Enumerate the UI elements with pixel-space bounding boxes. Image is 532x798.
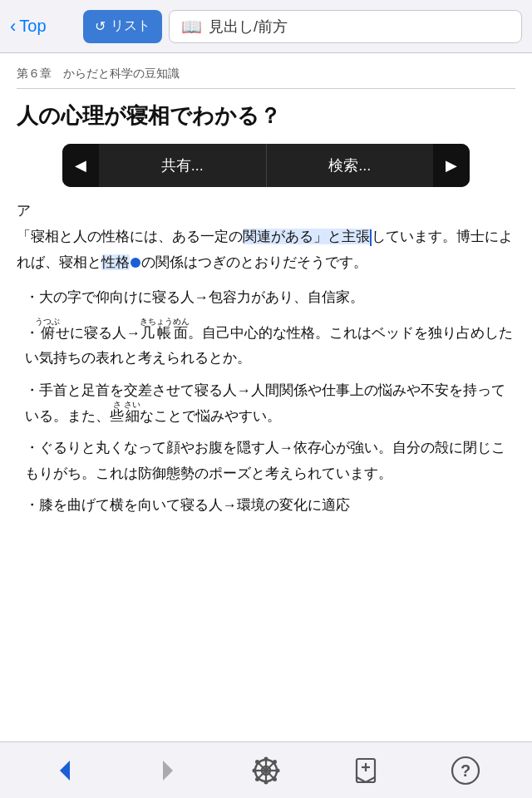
svg-point-14 <box>273 760 277 764</box>
svg-point-13 <box>273 777 277 781</box>
list-icon: ↺ <box>95 18 106 34</box>
bookmark-toolbar-button[interactable] <box>341 751 391 791</box>
context-left-arrow[interactable]: ◀ <box>62 144 99 187</box>
context-menu: ◀ 共有... 検索... ▶ <box>62 144 470 187</box>
book-icon: 📖 <box>181 17 202 37</box>
help-icon: ? <box>451 756 480 786</box>
body-intro: ア 「寝相と人の性格には、ある一定の関連がある」と主張しています。博士によれば、… <box>17 199 515 275</box>
article-title: 人の心理が寝相でわかる？ <box>17 101 515 131</box>
ruby-kichoumen: 几帳面きちょうめん <box>140 325 188 341</box>
context-right-arrow[interactable]: ▶ <box>433 144 470 187</box>
svg-point-15 <box>255 777 259 781</box>
heading-label: 見出し/前方 <box>209 17 288 37</box>
ruby-sasai: 些さ細さい <box>110 408 140 424</box>
help-toolbar-button[interactable]: ? <box>441 751 490 791</box>
bullet-list: ・大の字で仰向けに寝る人→包容力があり、自信家。 ・俯うつぶせに寝る人→几帳面き… <box>17 285 515 519</box>
context-search[interactable]: 検索... <box>266 144 434 187</box>
list-item: ・俯うつぶせに寝る人→几帳面きちょうめん。自己中心的な性格。これはベッドを独り占… <box>17 318 515 372</box>
helm-toolbar-button[interactable] <box>241 751 291 791</box>
svg-point-8 <box>264 756 268 761</box>
selection-highlight-2: 性格 <box>101 254 130 270</box>
nav-bar: ‹ Top ↺ リスト 📖 見出し/前方 <box>0 0 532 53</box>
selection-highlight: 関連がある」と主張 <box>243 229 372 244</box>
context-share[interactable]: 共有... <box>99 144 266 187</box>
svg-text:?: ? <box>461 761 470 780</box>
svg-marker-1 <box>163 761 173 781</box>
back-toolbar-button[interactable] <box>42 751 91 791</box>
helm-icon <box>251 756 281 786</box>
list-item: ・ぐるりと丸くなって顔やお腹を隠す人→依存心が強い。自分の殻に閉じこもりがち。こ… <box>17 436 515 486</box>
list-item: ・膝を曲げて横を向いて寝る人→環境の変化に適応 <box>17 493 515 519</box>
chapter-divider <box>17 88 515 89</box>
forward-toolbar-button[interactable] <box>141 751 191 791</box>
bookmark-add-icon <box>351 756 381 786</box>
list-item: ・手首と足首を交差させて寝る人→人間関係や仕事上の悩みや不安を持っている。また、… <box>17 378 515 429</box>
back-chevron-icon: ‹ <box>10 16 16 37</box>
list-item: ・大の字で仰向けに寝る人→包容力があり、自信家。 <box>17 285 515 311</box>
content-area: 第６章 からだと科学の豆知識 人の心理が寝相でわかる？ ◀ 共有... 検索..… <box>0 53 532 741</box>
forward-arrow-icon <box>151 756 181 786</box>
list-button[interactable]: ↺ リスト <box>83 10 162 43</box>
back-label: Top <box>19 17 46 36</box>
chapter-label: 第６章 からだと科学の豆知識 <box>17 66 515 81</box>
list-label: リスト <box>111 17 150 35</box>
svg-marker-0 <box>60 761 70 781</box>
ruby-utsubuse: 俯うつぶ <box>39 325 56 341</box>
back-arrow-icon <box>52 756 81 786</box>
svg-point-9 <box>264 780 268 784</box>
bottom-toolbar: ? <box>0 741 532 798</box>
back-button[interactable]: ‹ Top <box>10 16 76 37</box>
svg-point-12 <box>255 760 259 764</box>
heading-button[interactable]: 📖 見出し/前方 <box>169 10 522 43</box>
svg-point-11 <box>276 768 280 772</box>
svg-point-10 <box>253 768 257 772</box>
body-text: ア 「寝相と人の性格には、ある一定の関連がある」と主張しています。博士によれば、… <box>17 199 515 519</box>
